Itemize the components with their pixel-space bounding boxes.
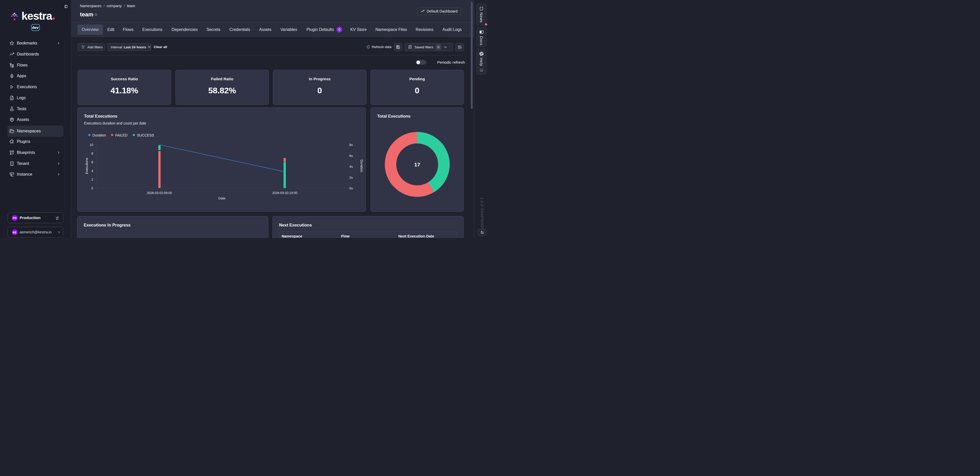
svg-text:Date: Date [218, 196, 225, 200]
svg-text:2026-03-02:10:00: 2026-03-02:10:00 [272, 191, 298, 195]
svg-text:17: 17 [414, 161, 420, 168]
svg-text:Duration: Duration [92, 133, 106, 137]
svg-text:FAILED: FAILED [115, 133, 127, 137]
svg-text:2026-03-02:09:00: 2026-03-02:09:00 [147, 191, 172, 195]
svg-text:Duration: Duration [360, 160, 364, 172]
svg-text:SUCCESS: SUCCESS [137, 133, 154, 137]
svg-text:10: 10 [90, 143, 93, 147]
svg-text:4: 4 [91, 169, 93, 173]
svg-text:6s: 6s [349, 154, 353, 158]
svg-text:2s: 2s [349, 176, 353, 179]
svg-text:8: 8 [91, 152, 93, 155]
svg-text:8s: 8s [349, 143, 353, 147]
svg-text:6: 6 [91, 160, 93, 164]
svg-text:0: 0 [91, 186, 93, 190]
svg-text:0s: 0s [349, 186, 353, 190]
svg-text:2: 2 [91, 178, 93, 182]
svg-text:Executions: Executions [85, 158, 89, 174]
svg-text:4s: 4s [349, 165, 353, 168]
